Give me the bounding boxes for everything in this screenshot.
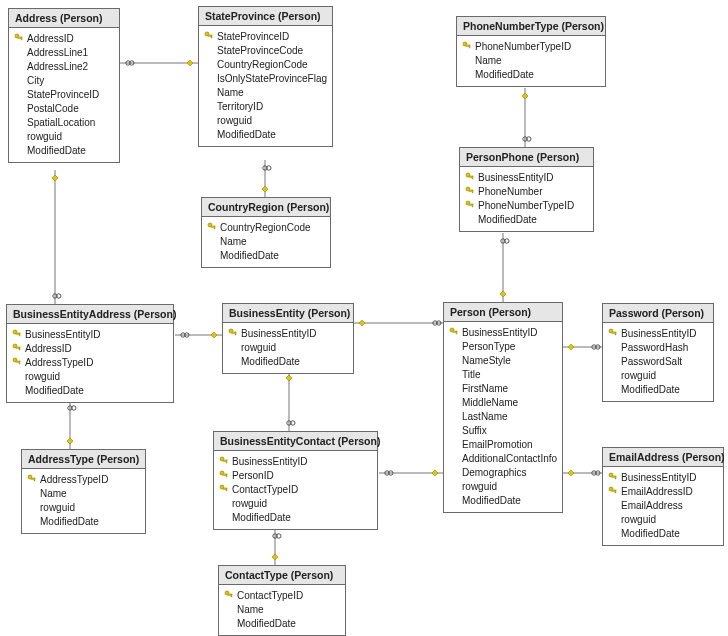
- column-row[interactable]: PersonType: [446, 339, 560, 353]
- column-row[interactable]: IsOnlyStateProvinceFlag: [201, 71, 330, 85]
- column-row[interactable]: City: [11, 73, 117, 87]
- column-row[interactable]: PhoneNumber: [462, 184, 591, 198]
- column-row[interactable]: CountryRegionCode: [201, 57, 330, 71]
- column-row[interactable]: Suffix: [446, 423, 560, 437]
- column-row[interactable]: StateProvinceID: [11, 87, 117, 101]
- column-row[interactable]: Demographics: [446, 465, 560, 479]
- column-row[interactable]: LastName: [446, 409, 560, 423]
- table-phonenumbertype[interactable]: PhoneNumberType (Person) PhoneNumberType…: [456, 16, 606, 87]
- column-row[interactable]: ModifiedDate: [11, 143, 117, 157]
- column-name: PersonID: [230, 470, 274, 481]
- column-row[interactable]: Name: [24, 486, 143, 500]
- column-row[interactable]: Name: [201, 85, 330, 99]
- column-row[interactable]: BusinessEntityID: [462, 170, 591, 184]
- table-personphone[interactable]: PersonPhone (Person) BusinessEntityIDPho…: [459, 147, 594, 232]
- column-row[interactable]: BusinessEntityID: [605, 326, 711, 340]
- column-row[interactable]: ModifiedDate: [216, 510, 375, 524]
- column-row[interactable]: ModifiedDate: [204, 248, 328, 262]
- column-row[interactable]: EmailAddress: [605, 498, 721, 512]
- column-name: ModifiedDate: [460, 495, 521, 506]
- column-row[interactable]: AddressID: [11, 31, 117, 45]
- column-row[interactable]: rowguid: [216, 496, 375, 510]
- column-row[interactable]: rowguid: [605, 512, 721, 526]
- column-name: AddressTypeID: [23, 357, 93, 368]
- column-row[interactable]: ModifiedDate: [225, 354, 351, 368]
- column-row[interactable]: ModifiedDate: [24, 514, 143, 528]
- column-row[interactable]: FirstName: [446, 381, 560, 395]
- column-row[interactable]: ModifiedDate: [459, 67, 603, 81]
- column-name: EmailAddress: [619, 500, 683, 511]
- column-row[interactable]: ModifiedDate: [9, 383, 171, 397]
- column-row[interactable]: TerritoryID: [201, 99, 330, 113]
- column-row[interactable]: Name: [459, 53, 603, 67]
- column-row[interactable]: ContactTypeID: [221, 588, 343, 602]
- table-businessentity[interactable]: BusinessEntity (Person) BusinessEntityID…: [222, 303, 354, 374]
- column-row[interactable]: BusinessEntityID: [216, 454, 375, 468]
- column-row[interactable]: ModifiedDate: [462, 212, 591, 226]
- column-row[interactable]: AdditionalContactInfo: [446, 451, 560, 465]
- table-addresstype[interactable]: AddressType (Person) AddressTypeIDNamero…: [21, 449, 146, 534]
- column-row[interactable]: rowguid: [11, 129, 117, 143]
- column-name: BusinessEntityID: [230, 456, 308, 467]
- key-icon-empty: [607, 356, 619, 366]
- column-row[interactable]: Name: [221, 602, 343, 616]
- column-name: ModifiedDate: [476, 214, 537, 225]
- column-row[interactable]: StateProvinceID: [201, 29, 330, 43]
- table-header: PersonPhone (Person): [460, 148, 593, 167]
- column-row[interactable]: BusinessEntityID: [225, 326, 351, 340]
- column-row[interactable]: BusinessEntityID: [446, 325, 560, 339]
- table-countryregion[interactable]: CountryRegion (Person) CountryRegionCode…: [201, 197, 331, 268]
- column-row[interactable]: MiddleName: [446, 395, 560, 409]
- column-row[interactable]: StateProvinceCode: [201, 43, 330, 57]
- table-businessentityaddress[interactable]: BusinessEntityAddress (Person) BusinessE…: [6, 304, 174, 403]
- column-row[interactable]: ModifiedDate: [201, 127, 330, 141]
- column-row[interactable]: SpatialLocation: [11, 115, 117, 129]
- column-row[interactable]: BusinessEntityID: [605, 470, 721, 484]
- column-name: AddressLine1: [25, 47, 88, 58]
- column-row[interactable]: ModifiedDate: [605, 382, 711, 396]
- table-contacttype[interactable]: ContactType (Person) ContactTypeIDNameMo…: [218, 565, 346, 636]
- column-row[interactable]: rowguid: [605, 368, 711, 382]
- column-row[interactable]: ModifiedDate: [605, 526, 721, 540]
- column-row[interactable]: EmailAddressID: [605, 484, 721, 498]
- column-row[interactable]: NameStyle: [446, 353, 560, 367]
- column-name: ModifiedDate: [23, 385, 84, 396]
- column-row[interactable]: PostalCode: [11, 101, 117, 115]
- column-row[interactable]: Title: [446, 367, 560, 381]
- table-businessentitycontact[interactable]: BusinessEntityContact (Person) BusinessE…: [213, 431, 378, 530]
- column-row[interactable]: rowguid: [201, 113, 330, 127]
- column-row[interactable]: PersonID: [216, 468, 375, 482]
- table-address[interactable]: Address (Person) AddressIDAddressLine1Ad…: [8, 8, 120, 163]
- column-row[interactable]: rowguid: [24, 500, 143, 514]
- column-row[interactable]: PhoneNumberTypeID: [462, 198, 591, 212]
- column-row[interactable]: ContactTypeID: [216, 482, 375, 496]
- table-body: CountryRegionCodeNameModifiedDate: [202, 217, 330, 267]
- table-header: ContactType (Person): [219, 566, 345, 585]
- key-icon: [13, 33, 25, 43]
- key-icon: [206, 222, 218, 232]
- column-row[interactable]: rowguid: [9, 369, 171, 383]
- column-row[interactable]: rowguid: [446, 479, 560, 493]
- column-name: ModifiedDate: [235, 618, 296, 629]
- table-person[interactable]: Person (Person) BusinessEntityIDPersonTy…: [443, 302, 563, 513]
- column-row[interactable]: ModifiedDate: [446, 493, 560, 507]
- column-row[interactable]: AddressTypeID: [9, 355, 171, 369]
- column-row[interactable]: BusinessEntityID: [9, 327, 171, 341]
- column-row[interactable]: PhoneNumberTypeID: [459, 39, 603, 53]
- key-icon-empty: [203, 59, 215, 69]
- table-stateprovince[interactable]: StateProvince (Person) StateProvinceIDSt…: [198, 6, 333, 147]
- column-row[interactable]: rowguid: [225, 340, 351, 354]
- column-row[interactable]: AddressID: [9, 341, 171, 355]
- column-row[interactable]: ModifiedDate: [221, 616, 343, 630]
- column-row[interactable]: Name: [204, 234, 328, 248]
- column-row[interactable]: PasswordHash: [605, 340, 711, 354]
- column-row[interactable]: CountryRegionCode: [204, 220, 328, 234]
- table-header: CountryRegion (Person): [202, 198, 330, 217]
- column-row[interactable]: PasswordSalt: [605, 354, 711, 368]
- table-password[interactable]: Password (Person) BusinessEntityIDPasswo…: [602, 303, 714, 402]
- table-emailaddress[interactable]: EmailAddress (Person) BusinessEntityIDEm…: [602, 447, 724, 546]
- column-row[interactable]: EmailPromotion: [446, 437, 560, 451]
- column-row[interactable]: AddressTypeID: [24, 472, 143, 486]
- column-row[interactable]: AddressLine1: [11, 45, 117, 59]
- column-row[interactable]: AddressLine2: [11, 59, 117, 73]
